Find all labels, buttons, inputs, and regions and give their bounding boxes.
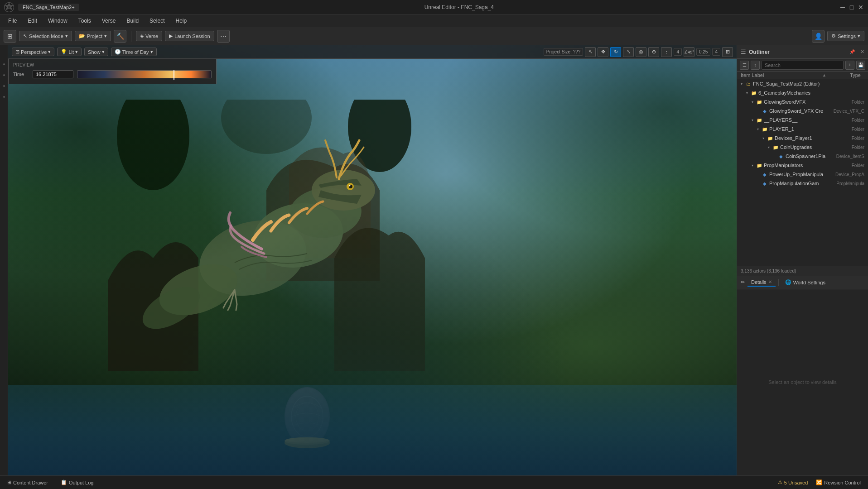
viewport[interactable]: ⊡ Perspective ▾ 💡 Lit ▾ Show ▾ 🕐 Time of… xyxy=(8,45,737,475)
output-log-icon: 📋 xyxy=(61,479,67,485)
move-tool-button[interactable]: ✥ xyxy=(598,47,608,57)
outliner-sort-button[interactable]: ↕ xyxy=(751,61,760,70)
screenpct-stat: 4 xyxy=(712,48,720,56)
menu-build[interactable]: Build xyxy=(122,16,143,25)
expand-icon[interactable]: ▾ xyxy=(739,81,744,86)
main-layout: ⊡ Perspective ▾ 💡 Lit ▾ Show ▾ 🕐 Time of… xyxy=(0,45,868,475)
menu-select[interactable]: Select xyxy=(145,16,169,25)
tree-item-coinspawner[interactable]: ◆ CoinSpawner1Pla Device_ItemS xyxy=(737,152,868,161)
menu-file[interactable]: File xyxy=(4,16,21,25)
tree-item-players[interactable]: ▾ 📁 __PLAYERS__ Folder xyxy=(737,115,868,125)
more-options-button[interactable]: ⋯ xyxy=(217,30,230,43)
tree-item-player1[interactable]: ▾ 📁 PLAYER_1 Folder xyxy=(737,125,868,134)
content-drawer-button[interactable]: ⊞ Content Drawer xyxy=(5,479,51,486)
project-tab[interactable]: FNC_Saga_TestMap2+ xyxy=(18,4,79,11)
outliner-save-button[interactable]: 💾 xyxy=(856,61,865,70)
select-tool-button[interactable]: ↖ xyxy=(585,47,596,57)
tree-item-coinupgrades[interactable]: ▾ 📁 CoinUpgrades Folder xyxy=(737,143,868,152)
output-log-button[interactable]: 📋 Output Log xyxy=(58,479,96,486)
tree-item-devices-player1[interactable]: ▾ 📁 Devices_Player1 Folder xyxy=(737,134,868,143)
tree-item-powerup-prop[interactable]: ◆ PowerUp_PropManipula Device_PropA xyxy=(737,170,868,179)
verse-button[interactable]: ◈ Verse xyxy=(136,31,162,41)
build-icon-button[interactable]: 🔨 xyxy=(114,30,126,43)
tree-item-type: Folder xyxy=(830,136,866,141)
viewport-options-button[interactable]: ⊞ xyxy=(722,47,733,57)
world-settings-tab[interactable]: 🌐 World Settings xyxy=(781,278,829,286)
svg-point-2 xyxy=(117,100,189,190)
rotate-tool-button[interactable]: ↻ xyxy=(610,47,621,57)
lit-button[interactable]: 💡 Lit ▾ xyxy=(57,48,82,56)
outliner-tree[interactable]: ▾ 🗂 FNC_Saga_TestMap2 (Editor) ▾ 📁 6_Gam… xyxy=(737,79,868,266)
tree-item-name: __PLAYERS__ xyxy=(764,117,830,123)
angle-dropdown[interactable]: ∠ 45° xyxy=(684,47,694,57)
tod-color-bar[interactable] xyxy=(77,70,212,78)
tree-item-glowingsword[interactable]: ▾ 📁 GlowingSwordVFX Folder xyxy=(737,97,868,106)
expand-icon[interactable]: ▾ xyxy=(750,99,755,105)
outliner-filter-button[interactable]: ☰ xyxy=(740,61,749,70)
project-dropdown-icon: ▾ xyxy=(104,33,107,39)
surface-snap-button[interactable]: ⊕ xyxy=(648,47,659,57)
tree-item-propmanipulationgam[interactable]: ◆ PropManipulationGam PropManipula xyxy=(737,179,868,188)
snap-button[interactable]: ⋮ xyxy=(661,47,672,57)
time-of-day-button[interactable]: 🕐 Time of Day ▾ xyxy=(111,48,157,56)
menu-edit[interactable]: Edit xyxy=(23,16,42,25)
close-button[interactable]: ✕ xyxy=(857,4,864,11)
menu-window[interactable]: Window xyxy=(43,16,72,25)
svg-point-4 xyxy=(221,100,312,154)
show-button[interactable]: Show ▾ xyxy=(84,48,108,56)
folder-icon: 📁 xyxy=(756,117,762,123)
scale-tool-button[interactable]: ⤡ xyxy=(623,47,634,57)
title-bar-controls: ─ □ ✕ xyxy=(839,4,864,11)
menu-help[interactable]: Help xyxy=(171,16,191,25)
expand-icon xyxy=(755,172,761,177)
main-toolbar: ⊞ ↖ Selection Mode ▾ 📂 Project ▾ 🔨 ◈ Ver… xyxy=(0,27,868,45)
folder-icon: 📁 xyxy=(767,135,773,141)
verse-label: Verse xyxy=(145,34,158,39)
tree-item-glowingsword-actor[interactable]: ◆ GlowingSword_VFX Cre Device_VFX_C xyxy=(737,106,868,115)
details-close-icon[interactable]: ✕ xyxy=(768,279,772,284)
tree-item-gameplay[interactable]: ▾ 📁 6_GameplayMechanics xyxy=(737,88,868,97)
layout-button[interactable]: ⊞ xyxy=(4,30,16,43)
menu-verse[interactable]: Verse xyxy=(97,16,121,25)
tod-preview-label: PREVIEW xyxy=(13,62,212,67)
folder-icon: 📁 xyxy=(756,162,762,168)
outliner-add-button[interactable]: + xyxy=(845,61,854,70)
details-tab[interactable]: Details ✕ xyxy=(747,278,776,287)
transform-tool-button[interactable]: ◎ xyxy=(636,47,646,57)
outliner-search-input[interactable] xyxy=(762,61,844,70)
revision-label: Revision Control xyxy=(824,480,861,485)
tree-item-type: Folder xyxy=(830,118,866,123)
launch-session-button[interactable]: ▶ Launch Session xyxy=(165,31,214,41)
content-drawer-label: Content Drawer xyxy=(13,480,48,485)
expand-icon[interactable]: ▾ xyxy=(755,126,761,132)
unsaved-status[interactable]: ⚠ 5 Unsaved xyxy=(778,479,808,485)
selection-mode-label: Selection Mode xyxy=(29,34,63,39)
minimize-button[interactable]: ─ xyxy=(839,4,846,11)
tree-item-name: CoinSpawner1Pla xyxy=(786,153,830,159)
tree-item-type: PropManipula xyxy=(830,181,866,186)
tree-item-propmanipulators[interactable]: ▾ 📁 PropManipulators Folder xyxy=(737,161,868,170)
project-button[interactable]: 📂 Project ▾ xyxy=(75,31,111,41)
perspective-button[interactable]: ⊡ Perspective ▾ xyxy=(12,48,54,56)
expand-icon[interactable]: ▾ xyxy=(744,90,750,96)
selection-mode-button[interactable]: ↖ Selection Mode ▾ xyxy=(19,31,72,41)
expand-icon[interactable]: ▾ xyxy=(766,144,772,150)
restore-button[interactable]: □ xyxy=(848,4,855,11)
menu-tools[interactable]: Tools xyxy=(74,16,96,25)
expand-icon[interactable]: ▾ xyxy=(750,163,755,168)
expand-icon[interactable]: ▾ xyxy=(761,135,766,141)
tree-item-type: Device_PropA xyxy=(830,172,866,177)
revision-control-button[interactable]: 🔀 Revision Control xyxy=(813,479,863,486)
globe-icon: 🌐 xyxy=(785,279,791,285)
tree-item-name: GlowingSword_VFX Cre xyxy=(769,108,830,114)
settings-button[interactable]: ⚙ Settings ▾ xyxy=(827,31,864,41)
outliner-close-button[interactable]: ✕ xyxy=(860,49,864,55)
expand-icon xyxy=(772,153,777,159)
launch-label: Launch Session xyxy=(174,34,210,39)
user-icon-button[interactable]: 👤 xyxy=(812,30,825,43)
tree-item-root[interactable]: ▾ 🗂 FNC_Saga_TestMap2 (Editor) xyxy=(737,79,868,88)
expand-icon[interactable]: ▾ xyxy=(750,117,755,123)
col-item-label[interactable]: Item Label xyxy=(741,72,822,78)
toolbar-sep-1 xyxy=(131,31,131,42)
tod-time-input[interactable] xyxy=(33,70,73,78)
